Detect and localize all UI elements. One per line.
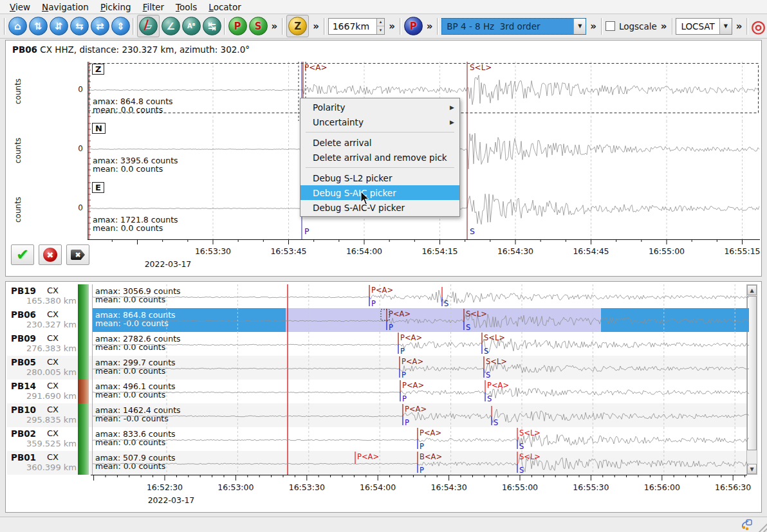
overflow-chevron[interactable]: » xyxy=(588,21,598,32)
menu-navigation[interactable]: Navigation xyxy=(36,1,95,14)
context-menu-item[interactable]: Debug S-L2 picker xyxy=(300,170,459,185)
resize-grip[interactable] xyxy=(755,521,767,532)
confirm-pick-button[interactable]: ✔ xyxy=(11,244,34,265)
menu-item-label: Uncertainty xyxy=(313,117,364,127)
overflow-chevron[interactable]: » xyxy=(425,21,435,32)
station-distance: 276.383 km xyxy=(26,344,77,353)
p-phase-marker[interactable]: P xyxy=(304,226,310,236)
station-trace-area[interactable]: amax: 496.1 counts mean: 0.0 counts P<A>… xyxy=(92,380,749,403)
toolbar-handle[interactable] xyxy=(746,18,748,35)
s-phase-marker[interactable]: S xyxy=(470,226,475,236)
rename-phase-button[interactable]: Aᴮ xyxy=(182,17,201,35)
distance-spinbox[interactable]: 1667km ▴ ▾ xyxy=(328,18,385,35)
filter-dropdown-arrow-icon[interactable]: ▼ xyxy=(573,19,586,34)
collapse-vertical-icon: ⇵ xyxy=(55,21,63,32)
station-row[interactable]: PB19 CX 165.380 km amax: 3056.9 counts m… xyxy=(7,284,747,308)
toolbar-handle[interactable] xyxy=(4,18,6,35)
station-trace-area[interactable]: amax: 299.7 counts mean: 0.0 counts P<A>… xyxy=(92,356,749,380)
collapse-horizontal-button[interactable]: ⇄ xyxy=(91,17,109,35)
station-row[interactable]: PB09 CX 276.383 km amax: 2782.6 counts m… xyxy=(7,332,747,356)
overflow-chevron[interactable]: » xyxy=(387,21,397,32)
toolbar-handle[interactable] xyxy=(324,18,326,35)
logscale-checkbox[interactable] xyxy=(605,21,615,31)
trace-header: PB06 CX HHZ, distance: 230.327 km, azimu… xyxy=(12,44,250,55)
context-menu-item[interactable]: Delete arrival xyxy=(300,135,459,150)
station-label-cell[interactable]: PB05 CX 280.005 km xyxy=(7,356,78,380)
station-trace-area[interactable]: amax: 3056.9 counts mean: 0.0 counts P<A… xyxy=(92,284,749,308)
reject-pick-button[interactable]: ✖ xyxy=(39,244,62,265)
menu-picking[interactable]: Picking xyxy=(95,1,137,14)
station-row[interactable]: PB01 CX 360.399 km amax: 507.9 counts me… xyxy=(7,451,747,475)
context-menu-item[interactable]: Polarity▶ xyxy=(300,100,459,115)
station-trace-area[interactable]: amax: 2782.6 counts mean: 0.0 counts P<A… xyxy=(92,332,749,356)
time-window-button[interactable]: ↹ xyxy=(203,17,221,35)
expand-vertical-icon: ⇅ xyxy=(34,21,42,32)
station-trace-area[interactable]: amax: 507.9 counts mean: 0.0 counts P<A>… xyxy=(92,451,749,475)
pick-s-button[interactable]: S xyxy=(249,17,268,35)
theoretical-pick-button[interactable]: P xyxy=(404,17,423,35)
home-button[interactable]: ⌂ xyxy=(8,17,27,35)
station-trace-area[interactable]: amax: 1462.4 counts mean: -0.0 counts P<… xyxy=(92,403,749,427)
station-row[interactable]: PB14 CX 291.690 km amax: 496.1 counts me… xyxy=(7,380,747,403)
quality-bar xyxy=(78,332,89,356)
station-row[interactable]: PB02 CX 359.525 km amax: 833.6 counts me… xyxy=(7,427,747,451)
locator-dropdown-arrow-icon[interactable]: ▼ xyxy=(719,19,732,34)
station-trace-area[interactable]: amax: 833.6 counts mean: 0.0 counts P<A>… xyxy=(92,427,749,451)
toolbar-handle[interactable] xyxy=(601,18,603,35)
svg-text:P<A>: P<A> xyxy=(357,452,379,461)
menu-view[interactable]: View xyxy=(4,1,36,14)
locator-combobox[interactable]: LOCSAT ▼ xyxy=(676,18,732,35)
status-tool-icon[interactable] xyxy=(740,518,753,531)
context-menu-item[interactable]: Delete arrival and remove pick xyxy=(300,150,459,165)
logscale-checkbox-wrap[interactable]: Logscale xyxy=(605,21,657,32)
svg-text:P<A>: P<A> xyxy=(420,428,441,437)
overflow-chevron[interactable]: » xyxy=(270,21,280,32)
menu-separator xyxy=(306,167,454,168)
expand-horizontal-button[interactable]: ⇆ xyxy=(70,17,89,35)
context-menu-item[interactable]: Uncertainty▶ xyxy=(300,115,459,129)
zero-tick-label: 0 xyxy=(68,85,83,94)
ruler-button[interactable]: ▱ ∕ xyxy=(137,15,160,37)
menu-item-label: Delete arrival xyxy=(313,138,372,148)
station-label-cell[interactable]: PB10 CX 295.835 km xyxy=(7,403,78,427)
expand-vertical-button[interactable]: ⇅ xyxy=(29,17,48,35)
component-z-button[interactable]: Z xyxy=(286,15,309,37)
spin-down-button[interactable]: ▾ xyxy=(377,26,385,34)
menu-filter[interactable]: Filter xyxy=(137,1,170,14)
toolbar-handle[interactable] xyxy=(133,18,134,35)
menu-tools[interactable]: Tools xyxy=(170,1,203,14)
station-label-cell[interactable]: PB09 CX 276.383 km xyxy=(7,332,78,356)
station-label-cell[interactable]: PB02 CX 359.525 km xyxy=(7,427,78,451)
context-menu-item[interactable]: Debug S-AIC picker xyxy=(300,185,459,200)
skip-next-button[interactable]: ✖ xyxy=(66,244,89,265)
station-row[interactable]: PB10 CX 295.835 km amax: 1462.4 counts m… xyxy=(7,403,747,427)
pick-p-button[interactable]: P xyxy=(228,17,247,35)
svg-text:S: S xyxy=(486,371,490,380)
phase-pick-group: P S » xyxy=(228,15,280,37)
toolbar-handle[interactable] xyxy=(282,18,284,35)
station-label-cell[interactable]: PB19 CX 165.380 km xyxy=(7,284,78,308)
protractor-button[interactable]: ∠ xyxy=(162,17,180,35)
toolbar-handle[interactable] xyxy=(437,18,439,35)
relocate-target-button[interactable]: ◎ xyxy=(751,18,766,35)
overflow-chevron[interactable]: » xyxy=(734,21,744,32)
overflow-chevron[interactable]: » xyxy=(659,21,669,32)
amplitude-scale-button[interactable]: ⇕ xyxy=(111,17,130,35)
station-label-cell[interactable]: PB14 CX 291.690 km xyxy=(7,380,78,403)
station-row[interactable]: PB05 CX 280.005 km amax: 299.7 counts me… xyxy=(7,356,747,380)
toolbar-handle[interactable] xyxy=(400,18,402,35)
spin-up-button[interactable]: ▴ xyxy=(377,19,385,27)
toolbar-handle[interactable] xyxy=(224,18,226,35)
filter-combobox[interactable]: BP 4 - 8 Hz 3rd order ▼ xyxy=(441,18,586,35)
station-row[interactable]: PB06 CX 230.327 km amax: 864.8 counts me… xyxy=(7,308,747,332)
context-menu-item[interactable]: Debug S-AIC-V picker xyxy=(300,200,459,215)
station-trace-area[interactable]: amax: 864.8 counts mean: -0.0 counts P<A… xyxy=(92,308,749,332)
overflow-chevron[interactable]: » xyxy=(311,21,321,32)
menu-locator[interactable]: Locator xyxy=(203,1,246,14)
station-code: PB14 xyxy=(11,381,36,391)
collapse-vertical-button[interactable]: ⇵ xyxy=(50,17,68,35)
toolbar-handle[interactable] xyxy=(672,18,674,35)
svg-text:P: P xyxy=(402,371,406,380)
station-label-cell[interactable]: PB06 CX 230.327 km xyxy=(7,308,78,332)
station-label-cell[interactable]: PB01 CX 360.399 km xyxy=(7,451,78,475)
